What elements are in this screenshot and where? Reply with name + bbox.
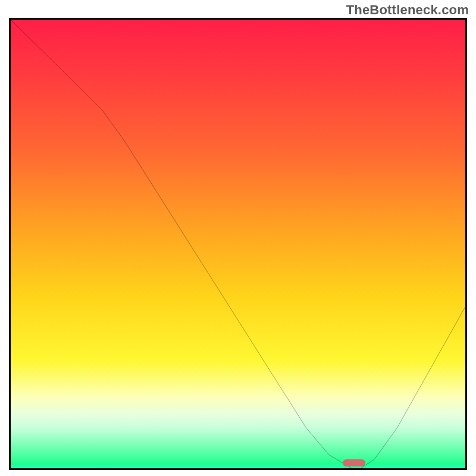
curve-path: [11, 20, 465, 468]
chart-frame: [9, 18, 467, 470]
watermark-text: TheBottleneck.com: [346, 2, 469, 18]
bottleneck-curve: [11, 20, 465, 468]
optimal-range-marker: [343, 459, 365, 466]
